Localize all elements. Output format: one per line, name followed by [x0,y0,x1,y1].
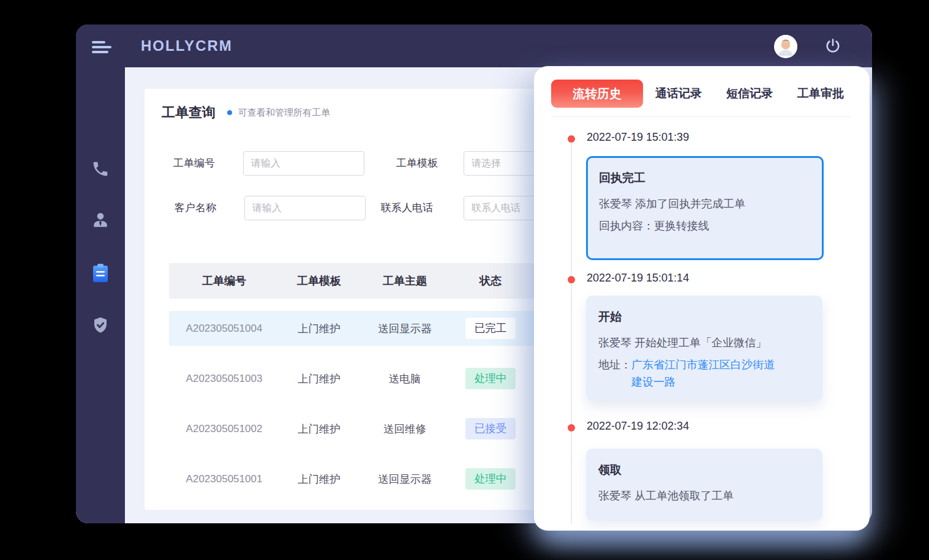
cell-order-id: A202305051004 [169,323,279,335]
timeline-card-claim[interactable]: 领取 张爱琴 从工单池领取了工单 [586,449,822,521]
address-link[interactable]: 广东省江门市蓬江区白沙街道建设一路 [631,356,778,390]
timeline-card-title: 领取 [598,462,810,478]
desktop-background: HOLLYCRM [0,0,929,560]
timeline-dot-icon [568,135,575,143]
avatar[interactable] [774,35,797,58]
tab-sms-records[interactable]: 短信记录 [714,80,785,108]
cell-order-id: A202305051003 [169,373,279,385]
cell-subject: 送回显示器 [359,321,451,336]
security-shield-icon [91,316,110,337]
filter-label-contact-phone: 联系人电话 [381,196,433,220]
sidebar-item-contacts[interactable] [76,207,125,236]
detail-tabs: 流转历史 通话记录 短信记录 工单审批 [551,80,856,108]
timeline-timestamp: 2022-07-19 15:01:14 [587,272,689,285]
sidebar [76,24,125,523]
cell-template: 上门维护 [279,472,359,487]
workorder-clipboard-icon [91,263,110,286]
contact-person-icon [91,211,110,233]
cell-template: 上门维护 [279,321,359,336]
timeline-card-title: 回执完工 [599,170,811,186]
timeline-card-line: 回执内容：更换转接线 [599,217,811,234]
tab-call-records[interactable]: 通话记录 [643,80,714,108]
cell-subject: 送回维修 [359,422,451,436]
timeline-line [571,143,572,523]
phone-icon [91,160,110,181]
cell-order-id: A202305051002 [169,423,279,435]
timeline-card-title: 开始 [598,309,810,325]
col-header-order-id: 工单编号 [169,274,279,288]
address-label: 地址： [598,356,631,390]
timeline-card-line: 张爱琴 开始处理工单「企业微信」 [598,334,810,351]
customer-name-input[interactable] [244,196,366,220]
cell-subject: 送回显示器 [359,472,451,487]
timeline-card-line: 张爱琴 添加了回执并完成工单 [599,195,811,212]
timeline-timestamp: 2022-07-19 12:02:34 [587,420,689,433]
tab-order-approval[interactable]: 工单审批 [785,80,856,108]
order-id-input[interactable] [243,151,364,176]
page-title: 工单查询 [162,103,216,122]
col-header-template: 工单模板 [279,274,359,288]
status-badge: 已完工 [465,318,516,339]
col-header-subject: 工单主题 [359,274,451,288]
tabs-divider [551,116,851,117]
timeline-dot-icon [568,424,575,431]
status-badge: 处理中 [465,368,516,389]
subtitle-dot-icon [227,110,232,115]
page-subtitle: 可查看和管理所有工单 [238,107,330,119]
tab-flow-history[interactable]: 流转历史 [551,80,643,108]
power-icon[interactable] [824,37,841,54]
timeline-card-completed[interactable]: 回执完工 张爱琴 添加了回执并完成工单 回执内容：更换转接线 [586,156,824,260]
timeline-card-start[interactable]: 开始 张爱琴 开始处理工单「企业微信」 地址： 广东省江门市蓬江区白沙街道建设一… [586,296,822,401]
cell-template: 上门维护 [279,371,359,386]
timeline-timestamp: 2022-07-19 15:01:39 [587,131,689,144]
sidebar-item-workorders[interactable] [76,259,125,289]
col-header-status: 状态 [451,274,530,288]
card-header: 工单查询 可查看和管理所有工单 [162,103,330,122]
sidebar-item-security[interactable] [76,312,125,341]
filter-label-customer: 客户名称 [175,196,216,220]
app-logo: HOLLYCRM [141,37,233,54]
status-badge: 已接受 [465,418,516,439]
timeline-card-address: 地址： 广东省江门市蓬江区白沙街道建设一路 [598,356,810,390]
timeline-card-line: 张爱琴 从工单池领取了工单 [598,487,810,504]
status-badge: 处理中 [465,468,516,490]
filter-label-order-id: 工单编号 [173,151,215,176]
detail-panel: 流转历史 通话记录 短信记录 工单审批 2022-07-19 15:01:39 … [534,66,870,531]
filter-label-template: 工单模板 [396,151,438,176]
sidebar-item-calls[interactable] [76,155,125,185]
cell-order-id: A202305051001 [169,473,279,485]
cell-subject: 送电脑 [359,371,451,386]
top-bar: HOLLYCRM [76,24,872,67]
cell-template: 上门维护 [279,422,359,436]
menu-icon[interactable] [92,41,111,53]
timeline-dot-icon [568,276,575,283]
